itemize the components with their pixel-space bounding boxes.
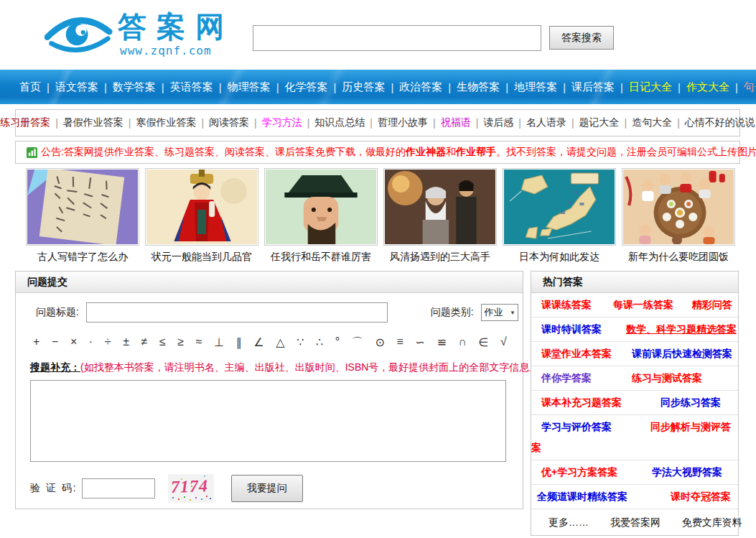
hot-link[interactable]: 课课练答案 <box>541 299 592 310</box>
math-symbol-button[interactable]: △ <box>276 335 284 351</box>
subnav-item[interactable]: 题记大全 <box>579 116 620 129</box>
math-symbol-button[interactable]: ≈ <box>196 335 202 351</box>
hot-link[interactable]: 精彩问答 <box>692 299 732 310</box>
math-symbol-button[interactable]: ≤ <box>159 335 166 351</box>
math-symbol-button[interactable]: + <box>33 335 39 351</box>
subnav-item[interactable]: 寒假作业答案 <box>136 116 196 129</box>
subnav-item[interactable]: 心情不好的说说 <box>685 116 755 129</box>
hot-link[interactable]: 全频道课时精练答案 <box>537 491 627 502</box>
subnav-item[interactable]: 阅读答案 <box>209 116 249 129</box>
gallery-item[interactable]: 古人写错字了怎么办 <box>26 168 139 264</box>
math-symbol-button[interactable]: − <box>52 335 58 351</box>
subnav-item[interactable]: 造句大全 <box>632 116 672 129</box>
math-symbol-button[interactable]: ÷ <box>105 335 111 351</box>
hot-link[interactable]: 同步练习答案 <box>661 396 721 408</box>
math-symbol-button[interactable]: ∴ <box>316 335 323 351</box>
nav-item-sentences[interactable]: 句子大全 <box>744 80 756 94</box>
hot-link[interactable]: 优+学习方案答案 <box>541 466 617 478</box>
subnav-item[interactable]: 知识点总结 <box>314 116 365 129</box>
free-library-link[interactable]: 免费文库资料 <box>682 516 742 528</box>
math-symbol-button[interactable]: ∥ <box>236 335 242 351</box>
gallery-caption[interactable]: 任我行和岳不群谁厉害 <box>264 251 378 264</box>
hot-link[interactable]: 学法大视野答案 <box>652 466 722 478</box>
hot-link[interactable]: 课时夺冠答案 <box>671 491 731 502</box>
gallery-item[interactable]: 状元一般能当到几品官 <box>145 168 258 264</box>
math-symbol-button[interactable]: ∽ <box>415 335 424 351</box>
gallery-image-zhuangyuan[interactable] <box>145 168 258 246</box>
subnav-item[interactable]: 学习方法 <box>262 116 302 129</box>
hot-link[interactable]: 课时特训答案 <box>541 323 602 335</box>
hot-link[interactable]: 学习与评价答案 <box>541 421 612 432</box>
gallery-item[interactable]: 日本为何如此发达 <box>503 168 616 264</box>
math-symbol-button[interactable]: × <box>70 335 77 351</box>
nav-item-biology[interactable]: 生物答案 <box>457 80 500 94</box>
hot-link[interactable]: 课堂作业本答案 <box>541 348 612 359</box>
nav-item-chinese[interactable]: 语文答案 <box>55 80 98 94</box>
nav-item-geography[interactable]: 地理答案 <box>514 80 557 94</box>
nav-item-english[interactable]: 英语答案 <box>170 80 213 94</box>
subnav-item[interactable]: 哲理小故事 <box>378 116 428 129</box>
math-symbol-button[interactable]: ± <box>123 335 129 351</box>
math-symbol-button[interactable]: ≡ <box>396 335 403 351</box>
gallery-image-renwoxing[interactable] <box>264 168 378 246</box>
more-link[interactable]: 更多…… <box>549 516 589 528</box>
math-symbol-button[interactable]: ∵ <box>297 335 304 351</box>
gallery-item[interactable]: 新年为什么要吃团圆饭 <box>622 168 735 264</box>
hot-link[interactable]: 伴你学答案 <box>541 372 592 384</box>
subnav-item[interactable]: 练习册答案 <box>0 116 50 129</box>
nav-item-politics[interactable]: 政治答案 <box>399 80 442 94</box>
question-title-input[interactable] <box>86 302 388 323</box>
nav-item-chemistry[interactable]: 化学答案 <box>285 80 328 94</box>
gallery-image-reunion-dinner[interactable] <box>622 168 735 246</box>
captcha-code: 7174 <box>170 476 208 497</box>
captcha-input[interactable] <box>82 478 155 498</box>
math-symbol-button[interactable]: · <box>89 335 93 351</box>
math-symbol-button[interactable]: ≠ <box>141 335 148 351</box>
category-select[interactable]: 作业 ▼ <box>481 304 518 321</box>
hot-link[interactable]: 练习与测试答案 <box>632 372 702 384</box>
nav-item-physics[interactable]: 物理答案 <box>228 80 271 94</box>
gallery-item[interactable]: 风清扬遇到的三大高手 <box>383 168 497 264</box>
gallery-image-fengqingyang[interactable] <box>383 168 497 246</box>
math-symbol-button[interactable]: ⊙ <box>375 335 384 351</box>
nav-item-afterclass[interactable]: 课后答案 <box>571 80 615 94</box>
math-symbol-button[interactable]: ⊥ <box>214 335 224 351</box>
love-answers-link[interactable]: 我爱答案网 <box>610 516 661 528</box>
gallery-caption[interactable]: 风清扬遇到的三大高手 <box>383 251 497 264</box>
nav-item-math[interactable]: 数学答案 <box>113 80 156 94</box>
subnav-item[interactable]: 名人语录 <box>526 116 566 129</box>
hot-link[interactable]: 数学、科学习题精选答案 <box>626 323 737 335</box>
math-symbol-button[interactable]: ∠ <box>253 335 263 351</box>
math-symbol-button[interactable]: √ <box>500 335 507 351</box>
subnav-item[interactable]: 祝福语 <box>441 116 471 129</box>
captcha-image[interactable]: 7174 <box>168 474 214 503</box>
nav-separator: | <box>678 81 681 93</box>
nav-item-composition[interactable]: 作文大全 <box>686 80 729 94</box>
math-symbol-button[interactable]: ≥ <box>177 335 184 351</box>
supplement-textarea[interactable] <box>30 380 506 462</box>
hot-link[interactable]: 课前课后快速检测答案 <box>632 348 732 359</box>
hot-link[interactable]: 课本补充习题答案 <box>541 396 622 408</box>
ask-question-button[interactable]: 我要提问 <box>231 475 303 502</box>
gallery-caption[interactable]: 新年为什么要吃团圆饭 <box>622 251 735 264</box>
math-symbol-button[interactable]: ≌ <box>437 335 446 351</box>
search-button[interactable]: 答案搜索 <box>549 26 614 50</box>
nav-item-history[interactable]: 历史答案 <box>342 80 385 94</box>
gallery-caption[interactable]: 日本为何如此发达 <box>503 251 616 264</box>
gallery-item[interactable]: 任我行和岳不群谁厉害 <box>264 168 378 264</box>
hot-link[interactable]: 每课一练答案 <box>613 299 673 310</box>
math-symbol-button[interactable]: ∩ <box>458 335 467 351</box>
gallery-caption[interactable]: 状元一般能当到几品官 <box>145 251 258 264</box>
math-symbol-button[interactable]: ⌒ <box>352 335 363 351</box>
search-input[interactable] <box>253 26 541 50</box>
subnav-item[interactable]: 读后感 <box>483 116 513 129</box>
math-symbol-button[interactable]: ∈ <box>479 335 489 351</box>
nav-item-diary[interactable]: 日记大全 <box>629 80 672 94</box>
gallery-image-japan-map[interactable] <box>503 168 616 246</box>
gallery-image-calligraphy[interactable] <box>26 168 139 246</box>
subnav-item[interactable]: 暑假作业答案 <box>63 116 123 129</box>
gallery-caption[interactable]: 古人写错字了怎么办 <box>26 251 139 264</box>
math-symbol-button[interactable]: ° <box>335 335 340 351</box>
nav-item-home[interactable]: 首页 <box>19 80 41 94</box>
site-logo[interactable]: 答案网 www.zqnf.com <box>45 11 234 57</box>
